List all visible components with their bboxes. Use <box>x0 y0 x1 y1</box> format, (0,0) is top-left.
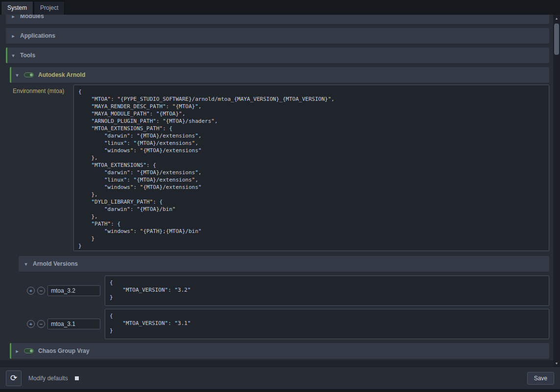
footer-bar: ⟳ Modify defaults Save <box>0 367 560 389</box>
refresh-button[interactable]: ⟳ <box>6 370 22 386</box>
section-label-arnold-versions: Arnold Versions <box>33 260 78 267</box>
section-label-autodesk-arnold: Autodesk Arnold <box>38 71 85 78</box>
chevron-right-icon: ▸ <box>11 15 16 19</box>
section-header-tools[interactable]: ▾ Tools <box>6 47 549 63</box>
add-item-button[interactable]: + <box>27 320 35 328</box>
tab-bar: System Project <box>0 0 560 15</box>
section-label-tools: Tools <box>20 52 35 59</box>
version-key-input[interactable] <box>47 319 100 329</box>
chevron-down-icon: ▾ <box>15 72 20 78</box>
vertical-scrollbar[interactable]: ▲ ▼ <box>553 15 560 367</box>
scroll-up-button[interactable]: ▲ <box>553 15 560 22</box>
tab-project[interactable]: Project <box>34 1 65 15</box>
section-header-autodesk-arnold[interactable]: ▾ Autodesk Arnold <box>10 67 549 83</box>
enabled-toggle-icon[interactable] <box>24 72 34 77</box>
section-header-arnold-versions[interactable]: ▾ Arnold Versions <box>19 256 549 272</box>
version-row: + − { "MTOA_VERSION": "3.1" } <box>19 309 549 339</box>
environment-label: Environment (mtoa) <box>10 85 73 94</box>
section-label-chaos-group-vray: Chaos Group Vray <box>38 347 90 354</box>
modify-defaults-checkbox[interactable] <box>75 376 79 380</box>
chevron-down-icon: ▾ <box>23 261 28 267</box>
version-key-input[interactable] <box>47 285 100 296</box>
version-row: + − { "MTOA_VERSION": "3.2" } <box>19 276 549 306</box>
refresh-icon: ⟳ <box>10 373 17 383</box>
scroll-down-button[interactable]: ▼ <box>553 360 560 367</box>
remove-item-button[interactable]: − <box>37 320 45 328</box>
tab-system[interactable]: System <box>1 1 33 15</box>
chevron-down-icon: ▾ <box>11 53 16 58</box>
arnold-versions-body: ▾ Arnold Versions + − { "MTOA_VERSION": … <box>19 256 549 339</box>
tools-section-body: ▾ Autodesk Arnold Environment (mtoa) { "… <box>10 67 549 359</box>
version-json-editor[interactable]: { "MTOA_VERSION": "3.1" } <box>105 309 549 339</box>
chevron-right-icon: ▸ <box>15 348 20 354</box>
modify-defaults-label: Modify defaults <box>28 375 68 382</box>
version-json-editor[interactable]: { "MTOA_VERSION": "3.2" } <box>105 276 549 306</box>
add-item-button[interactable]: + <box>27 287 35 295</box>
remove-item-button[interactable]: − <box>37 287 45 295</box>
environment-json-editor[interactable]: { "MTOA": "{PYPE_STUDIO_SOFTWARE}/arnold… <box>73 85 549 251</box>
save-button[interactable]: Save <box>527 372 554 385</box>
enabled-toggle-icon[interactable] <box>24 348 34 353</box>
scrollbar-thumb[interactable] <box>554 23 559 55</box>
section-header-chaos-group-vray[interactable]: ▸ Chaos Group Vray <box>10 343 549 359</box>
scroll-area-bottom-gap <box>0 360 553 367</box>
section-header-applications[interactable]: ▸ Applications <box>6 28 549 44</box>
section-header-modules[interactable]: ▸ Modules <box>6 15 549 24</box>
scrollbar-track[interactable] <box>553 22 560 360</box>
section-label-applications: Applications <box>20 32 55 39</box>
settings-scroll-area: ▸ Modules ▸ Applications ▾ Tools ▾ Autod… <box>0 15 553 367</box>
section-label-modules: Modules <box>20 15 44 20</box>
environment-row: Environment (mtoa) { "MTOA": "{PYPE_STUD… <box>10 85 549 251</box>
chevron-right-icon: ▸ <box>11 33 16 39</box>
